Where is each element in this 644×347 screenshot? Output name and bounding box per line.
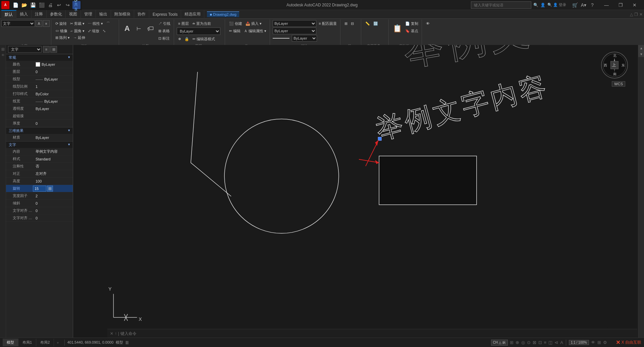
text-large-btn[interactable]: A [122, 20, 132, 37]
user-icon[interactable]: 👤 [540, 3, 545, 7]
ortho-icon[interactable]: ⊕ [516, 340, 519, 345]
linetype-btn[interactable]: ⋯ 线性 ▾ [87, 20, 104, 27]
view-btn[interactable]: 👁 [425, 20, 431, 27]
prop-thickness-value[interactable]: 0 [33, 121, 73, 126]
compass-widget[interactable]: 北 南 西 东 上 [601, 52, 628, 79]
lineweight-combo[interactable]: ByLayer [292, 35, 317, 42]
prop-linewidth-value[interactable]: —— ByLayer [33, 99, 73, 103]
minimize-button[interactable]: — [600, 0, 613, 10]
saveas-button[interactable]: ⬛ [38, 1, 46, 9]
open-button[interactable]: 📂 [20, 1, 28, 9]
add-layout-btn[interactable]: + [54, 339, 61, 346]
leader-btn[interactable]: ↗ 引线 [157, 20, 172, 27]
ribbon-restore-icon[interactable]: ❐ [634, 12, 638, 17]
prop-section-text[interactable]: 文字 ▾ [6, 141, 73, 148]
dimension-btn[interactable]: ⊢ [133, 20, 144, 37]
dyn-icon[interactable]: ⊡ [538, 340, 542, 345]
tab-addon[interactable]: 附加模块 [111, 10, 134, 19]
measure-btn[interactable]: 📏 [364, 20, 371, 27]
scale-btn[interactable]: ⤢ 缩放 [87, 28, 101, 34]
prop-annotative-value[interactable]: 否 [33, 164, 73, 169]
group-btn[interactable]: ⊞ [343, 20, 349, 27]
copy-btn[interactable]: 📄 复制 [404, 20, 420, 27]
ribbon-close-icon[interactable]: ✕ [639, 12, 643, 17]
selection-icon[interactable]: ⊲ [554, 340, 558, 345]
create-block-btn[interactable]: ⬛ 创建 [228, 20, 244, 27]
right-scrollbar[interactable]: ▲ ▼ [638, 45, 644, 338]
edit-block-btn[interactable]: ✏ 编辑 [228, 28, 242, 34]
prop-content-value[interactable]: 举例文字内容 [33, 149, 73, 154]
tab-parametric[interactable]: 参数化 [47, 10, 66, 19]
layer-match-btn[interactable]: ≐ 置为当前 [191, 20, 212, 27]
tab-annotation[interactable]: 注释 [32, 10, 47, 19]
search-input[interactable] [471, 1, 531, 9]
cmdline-close-btn[interactable]: ✕ [110, 331, 113, 336]
tab-insert[interactable]: 插入 [16, 10, 32, 19]
prop-section-general[interactable]: 常规 ▾ [6, 54, 73, 61]
osnap-icon[interactable]: ⊞ [510, 340, 514, 345]
layer-manager-btn[interactable]: ≡ 图层 [177, 20, 190, 27]
tab-featured[interactable]: 精选应用 [181, 10, 204, 19]
prop-rotation-input[interactable] [33, 186, 46, 192]
prop-layer-value[interactable]: 0 [33, 70, 73, 74]
tab-default[interactable]: 默认 [1, 10, 16, 19]
label-btn[interactable]: 🏷 [145, 20, 156, 37]
edit-attr-btn[interactable]: Ａ 编辑属性 ▾ [243, 28, 268, 34]
linetype-combo[interactable]: ByLayer [273, 28, 316, 34]
restore-button[interactable]: ❐ [614, 0, 627, 10]
fillet-btn[interactable]: ⌒ [105, 20, 111, 27]
extend-btn[interactable]: → 延伸 [72, 34, 87, 41]
chamfer-btn[interactable]: ⌐ 圆角 ▾ [69, 28, 86, 34]
editor-btn[interactable]: ✏ 编辑器模式 [191, 36, 216, 42]
layout-icon[interactable]: ⊞ [597, 340, 601, 345]
close-button[interactable]: ✕ [628, 0, 641, 10]
wcs-badge[interactable]: WCS [612, 81, 625, 87]
table-btn[interactable]: ⊞ 表格 [157, 28, 172, 34]
help-icon[interactable]: ? [588, 1, 596, 9]
prop-material-value[interactable]: ByLayer [33, 136, 73, 140]
prop-rotation-edit[interactable]: ⊞ [33, 186, 73, 192]
match-prop-btn[interactable]: ≡ 配匹圆显 [317, 20, 338, 27]
transparency-icon[interactable]: ◫ [548, 340, 552, 345]
cmdline-history-btn[interactable]: ↑ [115, 331, 117, 336]
sidebar-icon-1[interactable]: ⊞ [1, 48, 5, 51]
freeze-btn[interactable]: ❄ [177, 36, 182, 42]
redo-button[interactable]: ↪ [64, 1, 72, 9]
canvas-area[interactable]: 举例文字内容 举例文字内容 Y X 北 南 西 [73, 45, 638, 338]
rotation-picker-btn[interactable]: ⊞ [47, 186, 53, 192]
settings-icon[interactable]: ⚙ [603, 340, 607, 345]
view-icon[interactable]: 👁 [591, 340, 595, 345]
prop-transparency-value[interactable]: ByLayer [33, 107, 73, 111]
prop-ltscale-value[interactable]: 1 [33, 85, 73, 89]
mirror-btn[interactable]: ⇔ 镜像 [54, 28, 69, 34]
prop-height-value[interactable]: 100 [33, 179, 73, 183]
print-button[interactable]: 🖨 [46, 1, 54, 9]
insert-block-btn[interactable]: 📥 插入 ▾ [244, 20, 263, 27]
text-style-btn[interactable]: A [36, 20, 42, 27]
prop-linetype-value[interactable]: —— ByLayer [33, 77, 73, 81]
scale-badge[interactable]: 1:1 / 100% [569, 340, 589, 345]
polar-icon[interactable]: ◎ [521, 340, 525, 345]
prop-icon-2[interactable]: ⊞ [50, 46, 57, 53]
tab-layout2[interactable]: 布局2 [36, 339, 54, 346]
search-icon[interactable]: 🔍 [533, 3, 538, 7]
cmdline-input[interactable] [120, 331, 635, 336]
prop-section-3d[interactable]: 三维效果 ▾ [6, 127, 73, 134]
layer-combo[interactable]: ByLayer [177, 28, 220, 35]
prop-aligny-value[interactable]: 0 [33, 216, 73, 220]
trim-btn[interactable]: ✂ 剪裁 ▾ [69, 20, 86, 27]
new-button[interactable]: 📄 [11, 1, 19, 9]
prop-type-combo[interactable]: 文字 [8, 46, 42, 53]
paste-btn[interactable]: 📋 [391, 20, 403, 37]
tab-layout1[interactable]: 布局1 [18, 339, 36, 346]
tab-express[interactable]: Express Tools [149, 10, 181, 19]
prop-justify-value[interactable]: 左对齐 [33, 171, 73, 176]
text-btn2[interactable]: ≡ [43, 20, 50, 27]
login-label[interactable]: 🔍 👤 登录 [547, 2, 566, 7]
prop-color-value[interactable]: ByLayer [33, 62, 73, 67]
lock-btn[interactable]: 🔒 [183, 36, 191, 42]
basepoint-btn[interactable]: 🔖 基点 [404, 28, 420, 34]
shop-icon[interactable]: 🛒 [571, 1, 579, 9]
sidebar-icon-2[interactable]: ≡ [1, 54, 5, 56]
annotationmon-icon[interactable]: A [560, 340, 563, 345]
